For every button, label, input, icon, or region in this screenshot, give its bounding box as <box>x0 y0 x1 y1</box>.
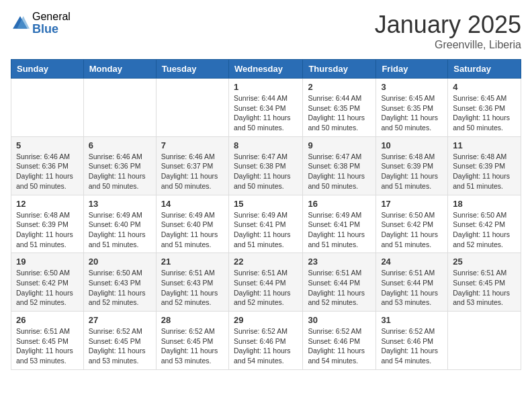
day-info: Sunrise: 6:52 AM Sunset: 6:46 PM Dayligh… <box>234 326 298 366</box>
day-info: Sunrise: 6:46 AM Sunset: 6:37 PM Dayligh… <box>161 152 224 191</box>
day-number: 21 <box>161 257 224 267</box>
calendar-cell: 25Sunrise: 6:51 AM Sunset: 6:45 PM Dayli… <box>448 253 521 312</box>
calendar-table: SundayMondayTuesdayWednesdayThursdayFrid… <box>11 59 521 370</box>
calendar-cell: 22Sunrise: 6:51 AM Sunset: 6:44 PM Dayli… <box>228 253 302 312</box>
location: Greenville, Liberia <box>375 39 521 51</box>
day-info: Sunrise: 6:49 AM Sunset: 6:41 PM Dayligh… <box>234 210 298 250</box>
day-number: 4 <box>453 82 516 92</box>
logo: General Blue <box>11 11 71 36</box>
logo-general: General <box>32 11 71 23</box>
calendar-cell: 18Sunrise: 6:50 AM Sunset: 6:42 PM Dayli… <box>448 195 521 253</box>
day-number: 13 <box>89 199 151 209</box>
calendar-cell: 11Sunrise: 6:48 AM Sunset: 6:39 PM Dayli… <box>448 136 521 195</box>
day-number: 26 <box>16 315 79 325</box>
calendar-cell <box>156 79 228 137</box>
day-number: 2 <box>308 82 371 92</box>
day-info: Sunrise: 6:51 AM Sunset: 6:44 PM Dayligh… <box>234 268 298 308</box>
calendar-cell: 4Sunrise: 6:45 AM Sunset: 6:36 PM Daylig… <box>448 79 521 137</box>
day-number: 9 <box>308 140 371 150</box>
calendar-cell: 8Sunrise: 6:47 AM Sunset: 6:38 PM Daylig… <box>228 136 302 195</box>
day-number: 7 <box>161 140 224 150</box>
day-number: 18 <box>453 199 516 209</box>
calendar-cell: 27Sunrise: 6:52 AM Sunset: 6:45 PM Dayli… <box>83 312 156 370</box>
day-info: Sunrise: 6:45 AM Sunset: 6:35 PM Dayligh… <box>381 93 443 133</box>
day-number: 8 <box>234 140 298 150</box>
weekday-header-wednesday: Wednesday <box>228 60 302 79</box>
day-number: 28 <box>161 315 224 325</box>
day-info: Sunrise: 6:48 AM Sunset: 6:39 PM Dayligh… <box>381 152 443 191</box>
calendar-week-row: 5Sunrise: 6:46 AM Sunset: 6:36 PM Daylig… <box>11 136 521 195</box>
day-info: Sunrise: 6:51 AM Sunset: 6:43 PM Dayligh… <box>161 268 224 308</box>
day-info: Sunrise: 6:47 AM Sunset: 6:38 PM Dayligh… <box>308 152 371 191</box>
weekday-header-sunday: Sunday <box>11 60 84 79</box>
day-info: Sunrise: 6:51 AM Sunset: 6:45 PM Dayligh… <box>16 326 79 366</box>
day-number: 20 <box>89 257 151 267</box>
day-number: 1 <box>234 82 298 92</box>
day-number: 23 <box>308 257 371 267</box>
calendar-cell: 5Sunrise: 6:46 AM Sunset: 6:36 PM Daylig… <box>11 136 84 195</box>
weekday-header-tuesday: Tuesday <box>156 60 228 79</box>
calendar-cell: 15Sunrise: 6:49 AM Sunset: 6:41 PM Dayli… <box>228 195 302 253</box>
day-info: Sunrise: 6:44 AM Sunset: 6:35 PM Dayligh… <box>308 93 371 133</box>
day-info: Sunrise: 6:52 AM Sunset: 6:45 PM Dayligh… <box>89 326 151 366</box>
calendar-cell <box>448 312 521 370</box>
calendar-cell: 1Sunrise: 6:44 AM Sunset: 6:34 PM Daylig… <box>228 79 302 137</box>
title-section: January 2025 Greenville, Liberia <box>375 11 521 51</box>
calendar-cell <box>83 79 156 137</box>
calendar-cell: 20Sunrise: 6:50 AM Sunset: 6:43 PM Dayli… <box>83 253 156 312</box>
day-number: 14 <box>161 199 224 209</box>
day-info: Sunrise: 6:47 AM Sunset: 6:38 PM Dayligh… <box>234 152 298 191</box>
day-number: 16 <box>308 199 371 209</box>
day-info: Sunrise: 6:49 AM Sunset: 6:40 PM Dayligh… <box>161 210 224 250</box>
day-number: 27 <box>89 315 151 325</box>
calendar-week-row: 12Sunrise: 6:48 AM Sunset: 6:39 PM Dayli… <box>11 195 521 253</box>
calendar-cell: 29Sunrise: 6:52 AM Sunset: 6:46 PM Dayli… <box>228 312 302 370</box>
calendar-cell: 9Sunrise: 6:47 AM Sunset: 6:38 PM Daylig… <box>303 136 376 195</box>
logo-blue: Blue <box>32 23 71 36</box>
logo-icon <box>11 14 30 33</box>
calendar-cell: 17Sunrise: 6:50 AM Sunset: 6:42 PM Dayli… <box>376 195 448 253</box>
day-number: 5 <box>16 140 79 150</box>
day-info: Sunrise: 6:45 AM Sunset: 6:36 PM Dayligh… <box>453 93 516 133</box>
weekday-header-friday: Friday <box>376 60 448 79</box>
calendar-cell <box>11 79 84 137</box>
calendar-cell: 13Sunrise: 6:49 AM Sunset: 6:40 PM Dayli… <box>83 195 156 253</box>
day-info: Sunrise: 6:51 AM Sunset: 6:44 PM Dayligh… <box>381 268 443 308</box>
calendar-cell: 16Sunrise: 6:49 AM Sunset: 6:41 PM Dayli… <box>303 195 376 253</box>
calendar-cell: 31Sunrise: 6:52 AM Sunset: 6:46 PM Dayli… <box>376 312 448 370</box>
day-number: 3 <box>381 82 443 92</box>
day-info: Sunrise: 6:49 AM Sunset: 6:41 PM Dayligh… <box>308 210 371 250</box>
day-info: Sunrise: 6:52 AM Sunset: 6:46 PM Dayligh… <box>308 326 371 366</box>
logo-text: General Blue <box>32 11 71 36</box>
day-info: Sunrise: 6:46 AM Sunset: 6:36 PM Dayligh… <box>89 152 151 191</box>
calendar-week-row: 26Sunrise: 6:51 AM Sunset: 6:45 PM Dayli… <box>11 312 521 370</box>
calendar-cell: 26Sunrise: 6:51 AM Sunset: 6:45 PM Dayli… <box>11 312 84 370</box>
day-number: 25 <box>453 257 516 267</box>
day-info: Sunrise: 6:50 AM Sunset: 6:42 PM Dayligh… <box>381 210 443 250</box>
weekday-header-saturday: Saturday <box>448 60 521 79</box>
day-info: Sunrise: 6:50 AM Sunset: 6:43 PM Dayligh… <box>89 268 151 308</box>
calendar-cell: 19Sunrise: 6:50 AM Sunset: 6:42 PM Dayli… <box>11 253 84 312</box>
day-number: 12 <box>16 199 79 209</box>
day-info: Sunrise: 6:52 AM Sunset: 6:45 PM Dayligh… <box>161 326 224 366</box>
day-info: Sunrise: 6:46 AM Sunset: 6:36 PM Dayligh… <box>16 152 79 191</box>
day-number: 10 <box>381 140 443 150</box>
page-header: General Blue January 2025 Greenville, Li… <box>11 11 521 51</box>
month-title: January 2025 <box>375 11 521 39</box>
calendar-cell: 14Sunrise: 6:49 AM Sunset: 6:40 PM Dayli… <box>156 195 228 253</box>
calendar-cell: 3Sunrise: 6:45 AM Sunset: 6:35 PM Daylig… <box>376 79 448 137</box>
calendar-week-row: 1Sunrise: 6:44 AM Sunset: 6:34 PM Daylig… <box>11 79 521 137</box>
day-number: 29 <box>234 315 298 325</box>
calendar-cell: 10Sunrise: 6:48 AM Sunset: 6:39 PM Dayli… <box>376 136 448 195</box>
calendar-cell: 12Sunrise: 6:48 AM Sunset: 6:39 PM Dayli… <box>11 195 84 253</box>
day-info: Sunrise: 6:50 AM Sunset: 6:42 PM Dayligh… <box>453 210 516 250</box>
calendar-cell: 28Sunrise: 6:52 AM Sunset: 6:45 PM Dayli… <box>156 312 228 370</box>
calendar-cell: 24Sunrise: 6:51 AM Sunset: 6:44 PM Dayli… <box>376 253 448 312</box>
calendar-week-row: 19Sunrise: 6:50 AM Sunset: 6:42 PM Dayli… <box>11 253 521 312</box>
day-info: Sunrise: 6:48 AM Sunset: 6:39 PM Dayligh… <box>16 210 79 250</box>
day-info: Sunrise: 6:48 AM Sunset: 6:39 PM Dayligh… <box>453 152 516 191</box>
day-info: Sunrise: 6:51 AM Sunset: 6:45 PM Dayligh… <box>453 268 516 308</box>
day-number: 17 <box>381 199 443 209</box>
day-number: 24 <box>381 257 443 267</box>
calendar-cell: 21Sunrise: 6:51 AM Sunset: 6:43 PM Dayli… <box>156 253 228 312</box>
